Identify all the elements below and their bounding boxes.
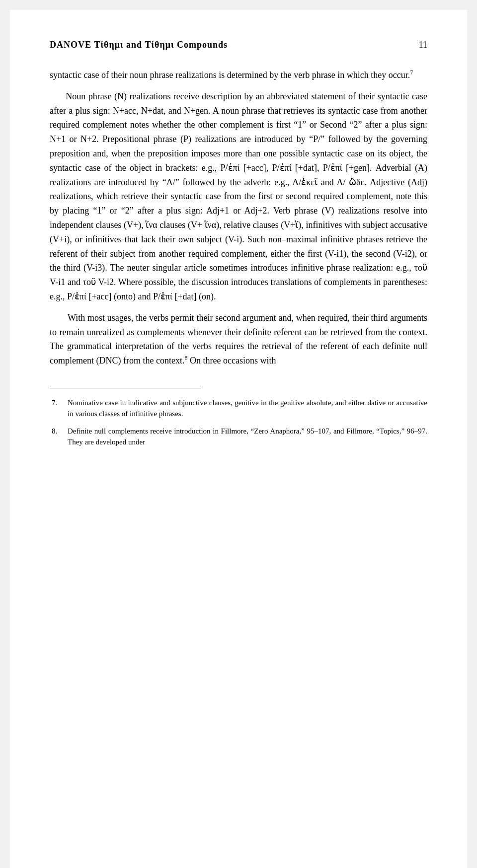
footnote-7-number: 7. bbox=[50, 397, 68, 420]
page: DANOVE Τίθημι and Τίθημι Compounds 11 sy… bbox=[10, 10, 467, 868]
page-header: DANOVE Τίθημι and Τίθημι Compounds 11 bbox=[50, 40, 427, 50]
header-title: DANOVE Τίθημι and Τίθημι Compounds bbox=[50, 40, 228, 50]
footnote-7: 7. Nominative case in indicative and sub… bbox=[50, 397, 427, 420]
paragraph-1: syntactic case of their noun phrase real… bbox=[50, 68, 427, 82]
footnote-7-text: Nominative case in indicative and subjun… bbox=[68, 397, 427, 420]
footnotes: 7. Nominative case in indicative and sub… bbox=[50, 397, 427, 448]
footnote-8: 8. Definite null complements receive int… bbox=[50, 426, 427, 448]
main-content: syntactic case of their noun phrase real… bbox=[50, 68, 427, 368]
paragraph-3: With most usages, the verbs permit their… bbox=[50, 311, 427, 368]
footnote-8-number: 8. bbox=[50, 426, 68, 448]
footnote-8-text: Definite null complements receive introd… bbox=[68, 426, 427, 448]
header-page-num: 11 bbox=[419, 40, 427, 50]
footnote-divider bbox=[50, 388, 201, 388]
paragraph-2: Noun phrase (N) realizations receive des… bbox=[50, 89, 427, 304]
